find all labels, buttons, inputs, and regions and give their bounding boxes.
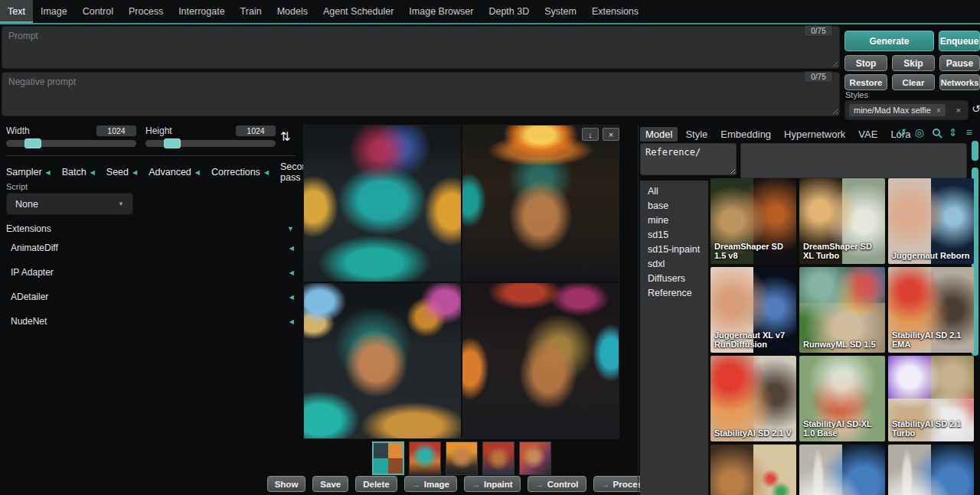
stop-button[interactable]: Stop <box>844 55 887 71</box>
nav-tab[interactable]: Process <box>121 0 171 23</box>
negative-prompt-input[interactable] <box>2 73 839 116</box>
target-icon[interactable]: ◎ <box>915 127 924 138</box>
model-card[interactable]: StabilityAI SD-XL 1.0 Base <box>799 356 885 441</box>
nav-tab[interactable]: Depth 3D <box>481 0 537 23</box>
styles-select[interactable]: mine/Mad Max selfie × × <box>844 100 969 120</box>
nav-tab[interactable]: Extensions <box>584 0 646 23</box>
extensions-header[interactable]: Extensions ▼ <box>6 223 294 234</box>
nav-tab[interactable]: Text <box>0 0 33 23</box>
accordion-toggle[interactable]: Advanced ◀ <box>149 167 200 177</box>
folder-item[interactable]: Diffusers <box>648 272 708 286</box>
height-slider-track[interactable] <box>145 140 276 147</box>
networks-tab[interactable]: Style <box>680 127 713 142</box>
model-card[interactable] <box>710 445 796 495</box>
gallery-thumbnail[interactable] <box>519 441 551 475</box>
nav-tab[interactable]: System <box>537 0 584 23</box>
close-image-icon[interactable]: × <box>603 128 619 141</box>
gallery-action-button[interactable]: Save <box>312 476 348 492</box>
networks-button[interactable]: Networks <box>939 74 980 90</box>
model-card[interactable]: Juggernaut Reborn <box>888 178 974 264</box>
model-card[interactable] <box>799 445 885 495</box>
gallery-action-button[interactable]: → Control <box>528 476 586 492</box>
model-card[interactable]: DreamShaper SD 1.5 v8 <box>710 178 796 264</box>
sort-icon[interactable]: ⇕ <box>949 127 958 138</box>
folder-item[interactable]: sd15 <box>648 228 708 243</box>
model-card[interactable]: StabilityAI SD 2.1 Turbo <box>888 356 974 441</box>
extension-accordion[interactable]: NudeNet ◀ <box>6 309 294 334</box>
nav-tab[interactable]: Train <box>233 0 270 23</box>
accordion-toggle[interactable]: Sampler ◀ <box>6 167 51 177</box>
height-value[interactable]: 1024 <box>236 125 276 136</box>
networks-tab[interactable]: VAE <box>853 127 883 142</box>
generate-button[interactable]: Generate <box>844 31 934 51</box>
gallery-action-button[interactable]: Show <box>267 476 306 492</box>
nav-tab[interactable]: Models <box>270 0 315 23</box>
model-card[interactable]: StabilityAI SD 2.1 V <box>710 356 796 441</box>
style-tag[interactable]: mine/Mad Max selfie × <box>849 104 946 116</box>
gallery-action-button[interactable]: Delete <box>355 476 397 492</box>
download-image-icon[interactable]: ↓ <box>582 128 599 141</box>
networks-search-input[interactable]: Reference/ <box>640 143 737 175</box>
folder-item[interactable]: sd15-inpaint <box>648 243 708 257</box>
scrollbar-thumb[interactable] <box>972 141 978 161</box>
folder-item[interactable]: base <box>648 199 708 213</box>
extension-accordion[interactable]: AnimateDiff ◀ <box>6 236 294 260</box>
clear-styles-icon[interactable]: × <box>956 106 964 115</box>
collapsed-arrow-icon: ◀ <box>289 318 294 325</box>
width-slider-handle[interactable] <box>24 138 41 148</box>
refresh-icon[interactable]: ↺ <box>897 127 906 138</box>
networks-tab[interactable]: Model <box>640 127 678 142</box>
extension-accordion[interactable]: ADetailer ◀ <box>6 285 294 309</box>
clear-button[interactable]: Clear <box>892 74 935 90</box>
pause-button[interactable]: Pause <box>939 55 980 71</box>
app: { "ui": { "collapsed": "◀", "expanded": … <box>0 0 980 495</box>
height-slider-handle[interactable] <box>164 138 181 148</box>
folder-item[interactable]: mine <box>648 213 708 228</box>
model-card[interactable]: StabilityAI SD 2.1 EMA <box>888 267 974 353</box>
width-slider-track[interactable] <box>6 140 136 147</box>
prompt-input[interactable] <box>2 27 839 68</box>
model-card[interactable]: RunwayML SD 1.5 <box>799 267 885 353</box>
model-description-box[interactable] <box>740 143 967 178</box>
nav-tab[interactable]: Image <box>33 0 75 23</box>
nav-tab[interactable]: Control <box>75 0 121 23</box>
networks-tab[interactable]: Embedding <box>715 127 776 142</box>
height-label: Height <box>145 125 172 136</box>
gallery-thumbnail[interactable] <box>446 441 478 475</box>
model-card[interactable]: DreamShaper SD XL Turbo <box>799 178 885 264</box>
top-nav: Text Image Control Process Interrogate T… <box>0 0 980 24</box>
model-card[interactable]: Juggernaut XL v7 RunDiffusion <box>710 267 796 353</box>
extension-accordion[interactable]: IP Adapter ◀ <box>6 260 294 285</box>
accordion-toggle[interactable]: Seed ◀ <box>106 167 137 177</box>
accordion-toggle[interactable]: Corrections ◀ <box>211 167 269 177</box>
gallery-thumbnail[interactable] <box>409 441 441 475</box>
folder-item[interactable]: All <box>648 184 708 199</box>
script-dropdown[interactable]: None ▼ <box>6 193 133 215</box>
accordion-toggle[interactable]: Batch ◀ <box>62 167 95 177</box>
refresh-styles-icon[interactable]: ↺ <box>972 103 980 115</box>
nav-tab[interactable]: Image Browser <box>401 0 481 23</box>
search-icon[interactable] <box>933 129 940 136</box>
folder-item[interactable]: Reference <box>648 286 708 301</box>
enqueue-button[interactable]: Enqueue <box>939 31 980 51</box>
gallery-action-button[interactable]: → Image <box>404 476 457 492</box>
folder-item[interactable]: sdxl <box>648 257 708 272</box>
extensions-header-label: Extensions <box>6 223 51 234</box>
skip-button[interactable]: Skip <box>892 55 935 71</box>
generated-image-grid[interactable] <box>303 125 619 439</box>
swap-dimensions-icon[interactable]: ⇅ <box>280 129 290 144</box>
remove-style-icon[interactable]: × <box>936 106 941 115</box>
gallery-thumbnail[interactable] <box>372 441 404 475</box>
options-icon[interactable]: ≡ <box>966 127 972 138</box>
width-value[interactable]: 1024 <box>96 125 136 136</box>
collapsed-arrow-icon: ◀ <box>289 294 294 301</box>
gallery-action-button[interactable]: → Inpaint <box>464 476 521 492</box>
nav-tab[interactable]: Interrogate <box>171 0 232 23</box>
model-card[interactable] <box>888 445 974 495</box>
restore-button[interactable]: Restore <box>844 74 887 90</box>
nav-tab[interactable]: Agent Scheduler <box>315 0 401 23</box>
gallery-thumbnail[interactable] <box>482 441 514 475</box>
networks-tab[interactable]: Hypernetwork <box>779 127 851 142</box>
prompt-field[interactable] <box>2 26 840 69</box>
negative-prompt-field[interactable] <box>2 72 840 116</box>
